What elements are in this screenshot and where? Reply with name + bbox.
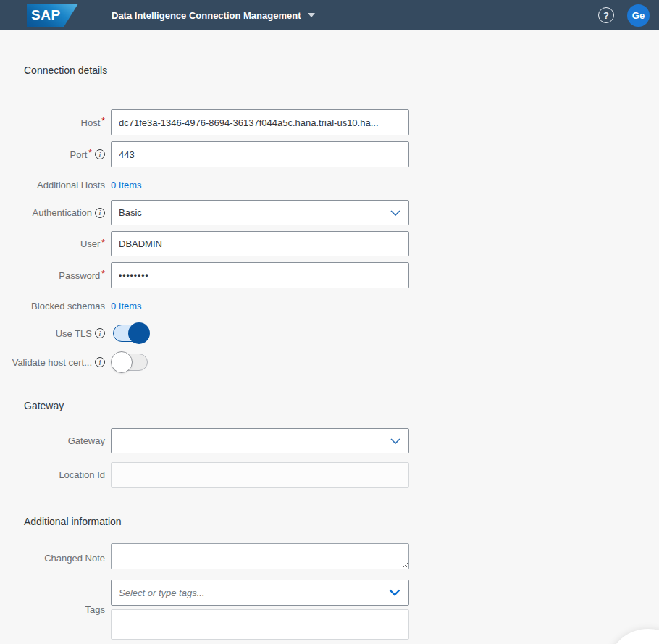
info-icon[interactable]: i [95, 328, 105, 338]
additional-hosts-row: Additional Hosts 0 Items [24, 176, 659, 193]
changed-note-textarea[interactable] [111, 543, 409, 569]
chevron-down-icon [308, 13, 315, 17]
blocked-schemas-items-link[interactable]: 0 Items [111, 301, 142, 311]
validate-host-cert-toggle[interactable] [111, 351, 150, 374]
gateway-label: Gateway [24, 435, 105, 446]
section-heading-gateway: Gateway [24, 400, 659, 413]
sap-logo: SAP [27, 4, 78, 27]
required-marker: * [101, 116, 105, 126]
chevron-down-icon [390, 210, 400, 216]
port-label: Port* i [24, 149, 105, 160]
app-title-menu[interactable]: Data Intelligence Connection Management [112, 10, 315, 21]
use-tls-toggle[interactable] [111, 322, 150, 345]
info-icon[interactable]: i [95, 357, 105, 367]
port-input[interactable] [111, 141, 409, 167]
info-icon[interactable]: i [95, 149, 105, 159]
authentication-selected-value: Basic [119, 207, 142, 218]
user-input[interactable] [111, 231, 409, 256]
required-marker: * [101, 238, 105, 248]
validate-host-cert-row: Validate host cert... i [24, 351, 659, 374]
chevron-down-icon [390, 438, 400, 444]
blocked-schemas-row: Blocked schemas 0 Items [24, 297, 659, 314]
authentication-row: Authentication i Basic [24, 200, 659, 225]
gateway-row: Gateway [24, 428, 659, 453]
connection-form: Connection details Host* Port* i Additio… [0, 30, 659, 640]
location-id-row: Location Id [24, 462, 659, 488]
user-row: User* [24, 231, 659, 256]
required-marker: * [101, 269, 105, 279]
validate-host-cert-label: Validate host cert... i [24, 357, 105, 368]
section-heading-connection-details: Connection details [24, 64, 659, 78]
gateway-select[interactable] [111, 428, 409, 453]
chevron-down-icon[interactable] [389, 589, 400, 596]
host-row: Host* [24, 109, 659, 135]
app-title: Data Intelligence Connection Management [112, 10, 301, 21]
location-id-label: Location Id [24, 469, 105, 480]
section-heading-additional-information: Additional information [24, 516, 659, 529]
host-label: Host* [24, 117, 105, 128]
avatar[interactable]: Ge [627, 4, 650, 27]
password-label: Password* [24, 270, 105, 281]
sap-logo-text: SAP [31, 7, 61, 23]
location-id-input [111, 462, 409, 488]
additional-hosts-items-link[interactable]: 0 Items [111, 180, 142, 191]
blocked-schemas-label: Blocked schemas [24, 301, 105, 311]
port-row: Port* i [24, 141, 659, 167]
question-mark-icon: ? [603, 10, 609, 21]
use-tls-row: Use TLS i [24, 322, 659, 345]
user-label: User* [24, 238, 105, 249]
toggle-knob [128, 322, 150, 344]
authentication-label: Authentication i [24, 207, 105, 218]
password-input[interactable] [111, 262, 409, 288]
authentication-select[interactable]: Basic [111, 200, 409, 225]
tags-label: Tags [24, 604, 105, 615]
additional-hosts-label: Additional Hosts [24, 180, 105, 191]
shell-bar: SAP Data Intelligence Connection Managem… [0, 0, 659, 30]
changed-note-row: Changed Note [24, 543, 659, 572]
tags-combobox[interactable] [111, 580, 409, 606]
use-tls-label: Use TLS i [24, 328, 105, 339]
info-icon[interactable]: i [95, 208, 105, 218]
host-input[interactable] [111, 109, 409, 135]
tags-selected-area[interactable] [111, 609, 409, 640]
tags-row: Tags [24, 580, 659, 640]
toggle-knob [111, 351, 133, 373]
changed-note-label: Changed Note [24, 553, 105, 564]
password-row: Password* [24, 262, 659, 288]
help-button[interactable]: ? [598, 7, 614, 23]
avatar-initials: Ge [632, 10, 645, 21]
required-marker: * [88, 148, 92, 158]
